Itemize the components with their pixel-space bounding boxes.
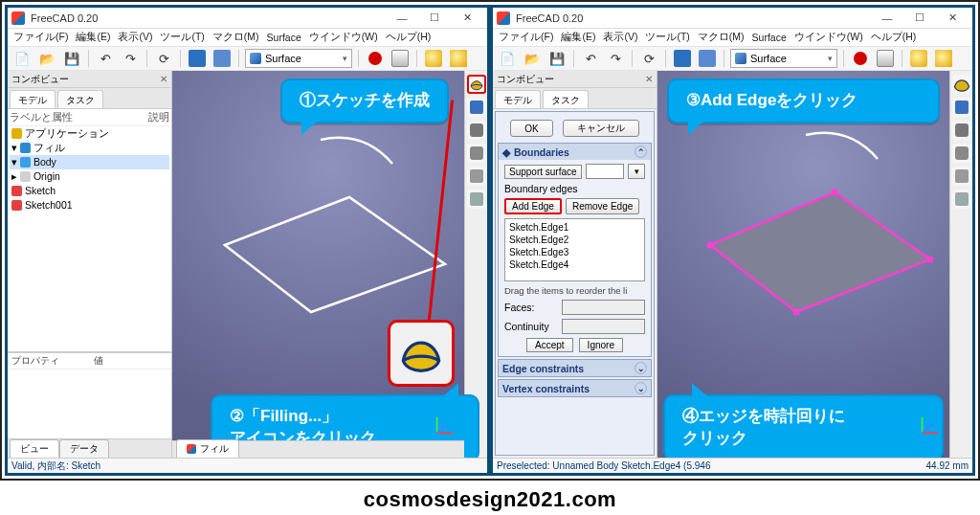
menu-file[interactable]: ファイル(F) [13,31,68,44]
menu-surface[interactable]: Surface [752,32,787,43]
remove-edge-button[interactable]: Remove Edge [566,198,639,214]
menu-surface[interactable]: Surface [267,32,301,43]
minimize-button[interactable]: — [871,9,903,28]
surface-tool-2-icon[interactable] [952,98,971,117]
menu-help[interactable]: ヘルプ(H) [871,31,917,44]
panel-close-icon[interactable]: ✕ [645,74,653,84]
clear-field-button[interactable]: ▾ [628,164,645,179]
list-item[interactable]: Sketch.Edge1 [509,221,640,234]
workbench-selector[interactable]: Surface ▾ [245,49,352,68]
save-file-icon[interactable]: 💾 [546,48,568,69]
surface-tool-5-icon[interactable] [467,167,486,186]
part-primitives-icon[interactable] [423,48,444,69]
menu-tools[interactable]: ツール(T) [160,31,204,44]
macro-record-icon[interactable] [850,48,871,69]
menu-edit[interactable]: 編集(E) [76,31,110,44]
tree-node-sketch[interactable]: Sketch [10,184,169,198]
part-primitives-icon[interactable] [908,48,929,69]
refresh-icon[interactable]: ⟳ [153,48,174,69]
tree-node-fill[interactable]: ▾ フィル [10,141,169,155]
tree-node-sketch001[interactable]: Sketch001 [10,198,169,213]
tree-node-body[interactable]: ▾ Body [10,155,169,169]
tab-data[interactable]: データ [59,439,109,458]
task-ok-button[interactable]: OK [510,120,552,137]
surface-tool-3-icon[interactable] [467,121,486,140]
menu-edit[interactable]: 編集(E) [561,31,595,44]
3d-viewport[interactable]: ①スケッチを作成 ②「Filling...」 アイコンをクリック [172,71,487,458]
link-make-icon[interactable] [672,48,693,69]
link-group-icon[interactable] [697,48,718,69]
add-edge-button[interactable]: Add Edge [504,198,562,214]
surface-tool-2-icon[interactable] [467,98,486,117]
3d-viewport[interactable]: ③Add Edgeをクリック ④エッジを時計回りに クリック [657,71,972,458]
titlebar[interactable]: FreeCAD 0.20 — ☐ ✕ [493,8,972,29]
menu-file[interactable]: ファイル(F) [499,31,553,44]
tab-model[interactable]: モデル [495,90,541,108]
continuity-field[interactable] [562,319,645,334]
model-tree[interactable]: ラベルと属性 説明 アプリケーション ▾ フィル ▾ Body ▸ Origin… [8,109,171,352]
titlebar[interactable]: FreeCAD 0.20 — ☐ ✕ [8,8,487,29]
collapse-icon[interactable]: ⌃ [635,146,647,158]
close-button[interactable]: ✕ [451,9,483,28]
new-file-icon[interactable]: 📄 [497,48,518,69]
macro-list-icon[interactable] [390,48,411,69]
list-item[interactable]: Sketch.Edge3 [509,246,640,258]
filling-tool-icon[interactable] [467,75,486,94]
document-tab[interactable]: フィル [176,439,239,458]
tree-node-origin[interactable]: ▸ Origin [10,169,169,184]
menu-help[interactable]: ヘルプ(H) [386,31,432,44]
minimize-button[interactable]: — [386,9,418,28]
workbench-selector[interactable]: Surface ▾ [730,49,837,68]
task-cancel-button[interactable]: キャンセル [563,120,639,137]
save-file-icon[interactable]: 💾 [61,48,82,69]
tab-model[interactable]: モデル [10,90,56,108]
redo-icon[interactable]: ↷ [605,48,626,69]
macro-list-icon[interactable] [875,48,896,69]
vertex-constraints-section[interactable]: Vertex constraints⌄ [498,379,652,397]
close-button[interactable]: ✕ [936,9,969,28]
open-file-icon[interactable]: 📂 [522,48,543,69]
list-item[interactable]: Sketch.Edge4 [509,258,640,271]
support-surface-button[interactable]: Support surface [504,165,582,179]
menu-tools[interactable]: ツール(T) [645,31,689,44]
menu-macro[interactable]: マクロ(M) [212,31,259,44]
link-make-icon[interactable] [187,48,208,69]
redo-icon[interactable]: ↷ [120,48,141,69]
surface-tool-3-icon[interactable] [952,121,971,140]
ignore-button[interactable]: Ignore [579,338,623,352]
edge-constraints-section[interactable]: Edge constraints⌄ [498,359,652,377]
doc-icon [187,444,196,454]
part-box-icon[interactable] [933,48,954,69]
surface-tool-6-icon[interactable] [952,190,971,209]
menu-window[interactable]: ウインドウ(W) [309,31,378,44]
accept-button[interactable]: Accept [526,338,573,352]
menu-view[interactable]: 表示(V) [118,31,152,44]
link-group-icon[interactable] [212,48,233,69]
undo-icon[interactable]: ↶ [95,48,116,69]
new-file-icon[interactable]: 📄 [11,48,33,69]
part-box-icon[interactable] [448,48,469,69]
open-file-icon[interactable]: 📂 [36,48,57,69]
maximize-button[interactable]: ☐ [903,9,936,28]
menu-view[interactable]: 表示(V) [603,31,637,44]
list-item[interactable]: Sketch.Edge2 [509,234,640,246]
tab-task[interactable]: タスク [543,90,589,108]
edge-list[interactable]: Sketch.Edge1 Sketch.Edge2 Sketch.Edge3 S… [504,218,645,281]
surface-tool-6-icon[interactable] [467,190,486,209]
menu-window[interactable]: ウインドウ(W) [794,31,863,44]
tab-view[interactable]: ビュー [10,439,59,458]
surface-tool-4-icon[interactable] [467,144,486,163]
tree-node-application[interactable]: アプリケーション [10,126,169,141]
refresh-icon[interactable]: ⟳ [638,48,659,69]
surface-tool-5-icon[interactable] [952,167,971,186]
faces-field[interactable] [562,300,645,315]
panel-close-icon[interactable]: ✕ [160,74,167,84]
maximize-button[interactable]: ☐ [418,9,451,28]
filling-tool-icon[interactable] [952,75,971,94]
support-surface-field[interactable] [586,164,624,179]
tab-task[interactable]: タスク [57,90,103,108]
menu-macro[interactable]: マクロ(M) [698,31,745,44]
macro-record-icon[interactable] [365,48,386,69]
undo-icon[interactable]: ↶ [580,48,601,69]
surface-tool-4-icon[interactable] [952,144,971,163]
